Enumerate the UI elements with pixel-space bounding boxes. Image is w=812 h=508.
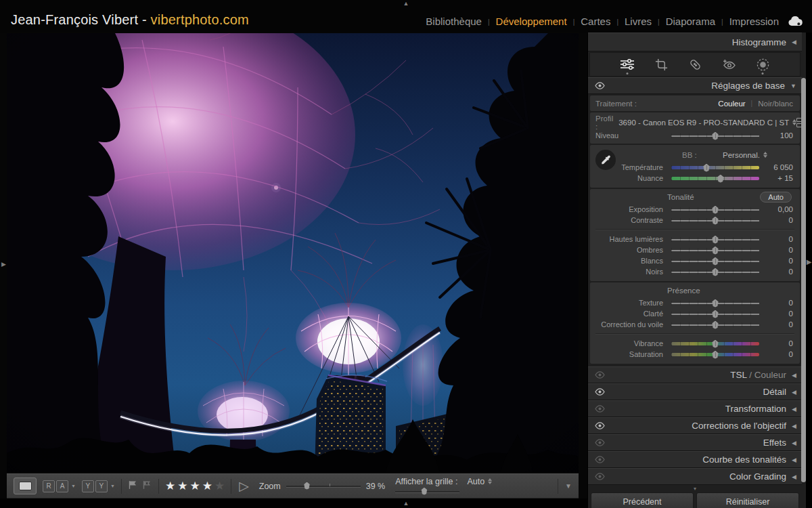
slider-value[interactable]: 0 [763,310,794,318]
slider-track[interactable] [671,235,759,244]
panel-enable-eye-icon[interactable] [595,405,605,412]
slider-thumb[interactable] [711,340,719,348]
panel-header-detail[interactable]: Détail◀ [588,383,802,400]
view-mode-button-y[interactable]: Y [82,480,94,492]
treatment-bw-option[interactable]: Noir/blanc [758,100,793,108]
reject-flag-icon[interactable] [142,480,152,492]
panel-header-basic[interactable]: Réglages de base ▼ [588,77,802,94]
slider-thumb[interactable] [702,164,710,172]
slider-thumb[interactable] [303,482,311,490]
loupe-view-button[interactable] [14,478,37,494]
right-panel-collapse-arrow[interactable]: ▶ [807,259,812,265]
previous-button[interactable]: Précédent [591,492,694,508]
slider-thumb[interactable] [711,236,719,244]
panel-header-courbe-tonalites[interactable]: Courbe des tonalités◀ [588,451,802,468]
left-panel-reveal-arrow[interactable]: ▶ [1,261,6,268]
slider-track[interactable] [671,268,759,276]
photo-canvas[interactable] [7,33,579,472]
panel-enable-eye-icon[interactable] [595,439,605,446]
slider-thumb[interactable] [711,310,719,318]
panel-enable-eye-icon[interactable] [595,456,605,463]
slider-thumb[interactable] [711,299,719,308]
impromptu-slideshow-button[interactable]: ▷ [239,480,249,492]
white-balance-eyedropper[interactable] [595,150,616,170]
zoom-slider[interactable] [286,482,361,490]
slider-track[interactable] [671,320,759,329]
chevron-down-icon[interactable]: ▼ [110,484,115,488]
module-developpement[interactable]: Développement [496,16,567,27]
slider-thumb[interactable] [711,132,719,140]
zoom-value[interactable]: 39 % [366,482,386,491]
slider-track[interactable] [671,246,759,255]
panel-enable-eye-icon[interactable] [595,371,605,379]
top-panel-toggle-arrow[interactable]: ▲ [403,1,409,7]
filmstrip-reveal-arrow[interactable]: ▲ [403,501,409,507]
healing-tool-icon[interactable] [686,56,704,73]
reference-active-view-buttons[interactable]: RA▼ [43,480,76,492]
panel-header-histogram[interactable]: Histogramme ◀ [588,33,802,51]
slider-track[interactable] [671,174,759,183]
panel-header-tsl-couleur[interactable]: TSL / Couleur◀ [588,366,802,383]
star-2[interactable]: ★ [177,480,187,492]
edit-sliders-tool-icon[interactable] [618,56,636,73]
auto-tone-button[interactable]: Auto [760,192,792,203]
module-livres[interactable]: Livres [625,16,652,27]
view-mode-button-r[interactable]: R [43,480,55,492]
pick-flag-icon[interactable] [128,480,138,492]
view-mode-button-y[interactable]: Y [95,480,108,492]
slider-value[interactable]: 0 [763,235,794,243]
grid-size-slider[interactable] [395,488,459,496]
profile-value[interactable]: 3690 - Canon EOS R9 - PRO-STANDARD C | S… [618,119,789,127]
treatment-color-option[interactable]: Couleur [718,100,745,108]
panel-header-color-grading[interactable]: Color Grading◀ [588,468,802,485]
cloud-sync-icon[interactable] [788,16,803,26]
panel-header-transformation[interactable]: Transformation◀ [588,400,802,417]
slider-track[interactable] [671,163,759,172]
slider-thumb[interactable] [717,175,725,183]
slider-thumb[interactable] [420,488,428,495]
panel-header-effets[interactable]: Effets◀ [588,434,802,451]
panel-header-corrections-objectif[interactable]: Corrections de l'objectif◀ [588,417,802,434]
slider-value[interactable]: + 15 [763,174,794,182]
slider-thumb[interactable] [711,351,719,359]
slider-value[interactable]: 0 [763,257,794,265]
panel-enable-eye-icon[interactable] [595,473,605,480]
masking-tool-icon[interactable] [754,56,771,73]
slider-value[interactable]: 0 [763,299,794,307]
module-impression[interactable]: Impression [729,16,779,27]
slider-track[interactable] [671,310,759,318]
slider-thumb[interactable] [711,321,719,329]
toolbar-options-dropdown[interactable]: ▼ [558,479,572,494]
slider-thumb[interactable] [711,268,719,276]
crop-tool-icon[interactable] [652,56,670,73]
before-after-view-buttons[interactable]: YY▼ [82,480,115,492]
slider-value[interactable]: 0 [763,350,794,358]
slider-track[interactable] [671,216,759,225]
star-1[interactable]: ★ [165,480,175,492]
panel-enable-eye-icon[interactable] [595,388,605,396]
slider-thumb[interactable] [711,247,719,255]
slider-value[interactable]: 0 [763,268,794,276]
slider-value[interactable]: 100 [763,131,794,140]
chevron-down-icon[interactable]: ▼ [71,484,76,488]
star-rating[interactable]: ★★★★★ [165,480,225,492]
star-5[interactable]: ★ [215,480,225,492]
slider-track[interactable] [671,257,759,266]
panel-enable-eye-icon[interactable] [595,82,605,89]
grid-mode-dropdown[interactable]: Auto [467,477,492,486]
slider-value[interactable]: 0 [763,320,794,329]
slider-thumb[interactable] [711,206,719,214]
slider-value[interactable]: 0 [763,246,794,254]
slider-value[interactable]: 0 [763,216,794,224]
slider-track[interactable] [671,131,759,140]
slider-value[interactable]: 0 [763,339,794,347]
panel-enable-eye-icon[interactable] [595,422,605,429]
slider-track[interactable] [671,350,759,359]
slider-track[interactable] [671,339,759,348]
red-eye-tool-icon[interactable] [720,56,738,73]
module-bibliotheque[interactable]: Bibliothèque [426,16,482,27]
wb-preset-dropdown[interactable]: Personnal. [723,151,767,159]
slider-track[interactable] [671,205,759,214]
slider-value[interactable]: 6 050 [763,163,794,171]
reset-button[interactable]: Réinitialiser [696,492,799,508]
